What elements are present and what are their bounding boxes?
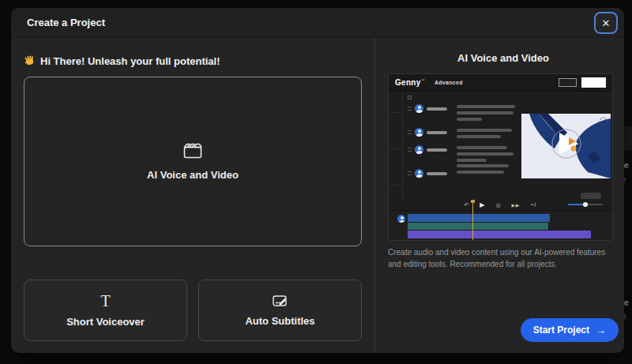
video-thumbnail — [521, 114, 611, 178]
genny-logo: Genny™ — [395, 78, 425, 87]
play-icon: ▶ — [480, 201, 484, 208]
undo-icon: ↶ — [464, 202, 468, 208]
preview-outline-button — [559, 78, 577, 87]
create-project-modal: Create a Project ✕ — [11, 8, 624, 353]
skip-icon: ▶▶ — [512, 202, 520, 208]
genny-app-preview: Genny™ Advanced — [388, 73, 613, 241]
project-type-panel: Hi There! Unleash your full potential! A… — [11, 38, 375, 353]
secondary-cards-row: T Short Voiceover Auto Subtitles — [24, 280, 362, 341]
preview-script-area — [389, 92, 612, 199]
card-label: AI Voice and Video — [147, 169, 239, 181]
trademark-mark: ™ — [421, 78, 425, 83]
text-T-icon: T — [100, 293, 110, 309]
feature-description: Create audio and video content using our… — [388, 247, 619, 270]
timeline-track-music — [408, 231, 591, 238]
modal-body: Hi There! Unleash your full potential! A… — [11, 38, 624, 353]
wave-hand-icon — [24, 55, 36, 67]
greeting-text: Hi There! Unleash your full potential! — [40, 55, 220, 67]
preview-solid-button — [581, 77, 606, 88]
clapperboard-icon — [183, 143, 202, 159]
subtitles-edit-icon — [273, 295, 288, 308]
card-label: Short Voiceover — [66, 316, 145, 328]
speaker-avatar — [397, 215, 405, 223]
panel-handle-tab — [581, 193, 601, 199]
start-project-label: Start Project — [533, 325, 589, 336]
preview-header: Genny™ Advanced — [389, 74, 612, 92]
advanced-mode-label: Advanced — [434, 80, 463, 85]
preview-playback-toolbar: ↶ ▶ ◎ ▶▶ ×1 — [389, 199, 612, 210]
card-ai-voice-and-video[interactable]: AI Voice and Video — [24, 77, 362, 246]
card-label: Auto Subtitles — [245, 315, 314, 327]
arrow-right-icon: → — [596, 325, 606, 336]
card-auto-subtitles[interactable]: Auto Subtitles — [198, 280, 362, 341]
speaker-avatar — [415, 169, 423, 178]
preview-left-ruler — [389, 92, 403, 199]
project-detail-panel: AI Voice and Video Genny™ Advanced — [375, 38, 631, 353]
preview-timeline — [389, 210, 612, 241]
detail-title: AI Voice and Video — [388, 52, 619, 64]
card-short-voiceover[interactable]: T Short Voiceover — [24, 280, 187, 341]
playhead — [472, 200, 473, 241]
modal-title: Create a Project — [27, 17, 105, 28]
greeting: Hi There! Unleash your full potential! — [24, 55, 362, 67]
speed-label: ×1 — [531, 202, 537, 207]
close-icon: ✕ — [602, 17, 611, 29]
select-all-checkbox-icon — [408, 96, 412, 99]
start-project-button[interactable]: Start Project → — [521, 318, 619, 342]
timeline-track-video — [408, 214, 550, 222]
speaker-avatar — [415, 145, 423, 154]
record-icon: ◎ — [495, 202, 500, 208]
speaker-avatar — [415, 128, 423, 137]
timeline-track-audio — [408, 223, 548, 230]
speaker-avatar — [415, 104, 423, 113]
modal-header: Create a Project ✕ — [11, 8, 624, 38]
zoom-slider — [568, 204, 603, 205]
close-button[interactable]: ✕ — [594, 12, 618, 34]
